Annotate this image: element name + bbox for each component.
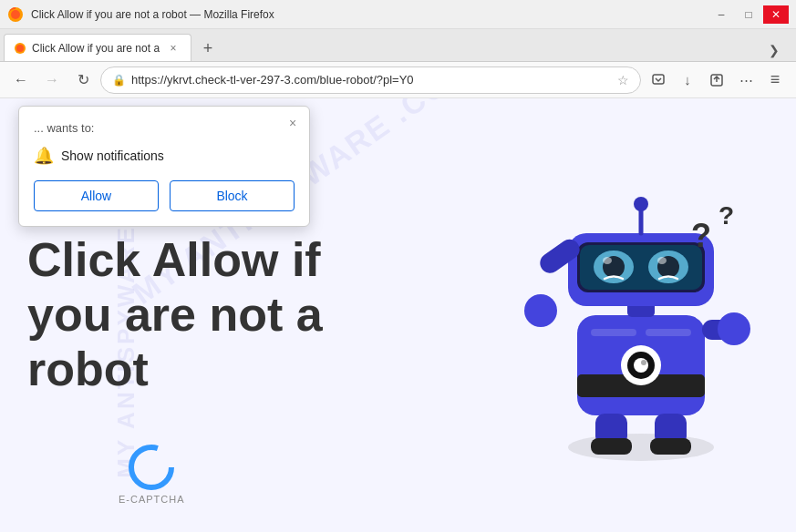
svg-point-27 [634,197,648,211]
address-bar[interactable]: 🔒 ☆ [100,66,641,94]
ecaptcha-label: E-CAPTCHA [119,494,185,505]
navbar: ← → ↻ 🔒 ☆ ↓ ⋯ ≡ [0,62,796,98]
svg-point-29 [524,294,557,327]
allow-button[interactable]: Allow [34,180,159,211]
forward-button[interactable]: → [38,66,66,94]
new-tab-button[interactable]: + [195,36,221,61]
svg-point-15 [641,360,646,365]
download-button[interactable]: ↓ [674,66,701,94]
nav-actions: ↓ ⋯ ≡ [645,66,789,94]
popup-wants-text: ... wants to: [34,121,295,135]
tabbar: Click Allow if you are not a × + ❯ [0,29,796,62]
tab-label: Click Allow if you are not a [32,42,160,55]
svg-text:?: ? [691,217,711,254]
ecaptcha-logo: E-CAPTCHA [119,445,185,505]
svg-rect-35 [650,438,691,455]
reload-button[interactable]: ↻ [69,66,97,94]
firefox-icon [7,6,24,23]
bookmark-icon[interactable]: ☆ [617,73,629,87]
back-button[interactable]: ← [7,66,35,94]
popup-notification-row: 🔔 Show notifications [34,146,295,166]
popup-buttons: Allow Block [34,180,295,211]
titlebar: Click Allow if you are not a robot — Moz… [0,0,796,29]
close-button[interactable]: ✕ [763,5,789,24]
block-button[interactable]: Block [170,180,295,211]
svg-point-6 [131,447,171,487]
svg-point-3 [16,45,24,52]
browser-tab[interactable]: Click Allow if you are not a × [4,34,191,61]
content-area: MY ANTISPYWARE.COM MY ANTISPYWARE .COM C… [0,98,796,532]
svg-point-1 [11,10,20,19]
svg-rect-4 [653,75,664,84]
main-page-text: Click Allow if you are not a robot [27,233,374,396]
address-input[interactable] [131,73,612,87]
lock-icon: 🔒 [112,74,126,87]
svg-rect-34 [591,438,632,455]
minimize-button[interactable]: – [708,5,734,24]
titlebar-controls: – □ ✕ [708,5,789,24]
ecaptcha-icon [129,445,174,490]
svg-point-7 [568,434,714,461]
svg-point-25 [657,257,667,264]
tab-close-button[interactable]: × [165,40,181,56]
robot-svg: ? ? [495,169,769,461]
popup-notification-text: Show notifications [61,148,164,163]
menu-button[interactable]: ≡ [761,66,789,94]
robot-illustration: ? ? [495,169,769,461]
svg-point-24 [603,257,612,264]
popup-close-button[interactable]: × [284,114,302,132]
titlebar-left: Click Allow if you are not a robot — Moz… [7,6,274,23]
svg-rect-11 [646,329,691,336]
tabbar-arrow-button[interactable]: ❯ [763,39,785,61]
svg-point-31 [718,312,750,345]
tabbar-end: ❯ [221,39,792,61]
maximize-button[interactable]: □ [736,5,761,24]
bell-icon: 🔔 [34,146,54,166]
notification-popup: × ... wants to: 🔔 Show notifications All… [18,106,310,227]
svg-rect-10 [591,329,636,336]
tab-favicon [14,42,26,55]
svg-point-14 [634,358,648,373]
extensions-button[interactable]: ⋯ [732,66,760,94]
titlebar-title: Click Allow if you are not a robot — Moz… [31,8,274,21]
svg-text:?: ? [718,201,734,230]
pocket-button[interactable] [645,66,672,94]
share-button[interactable] [703,66,730,94]
